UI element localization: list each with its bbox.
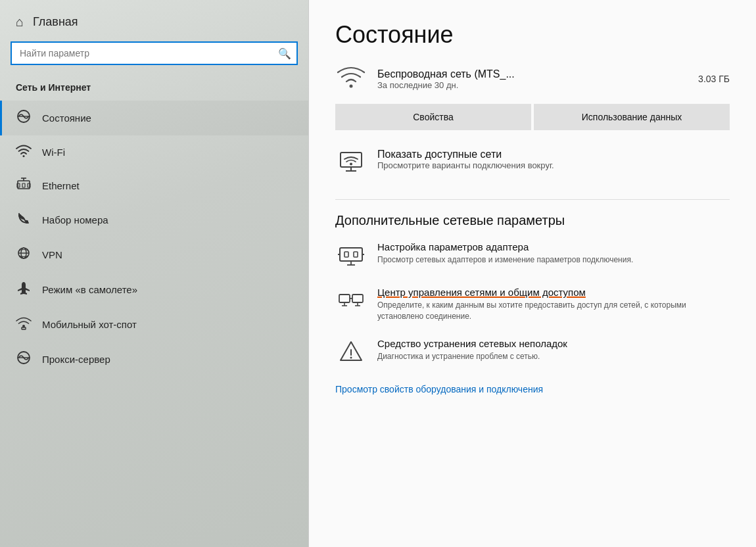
sidebar-item-wifi[interactable]: Wi-Fi: [0, 135, 308, 169]
svg-rect-28: [339, 295, 350, 302]
dialup-icon: [16, 211, 32, 229]
svg-rect-13: [22, 327, 26, 329]
svg-rect-21: [340, 248, 362, 261]
troubleshoot-info: Средство устранения сетевых неполадок Ди…: [377, 338, 567, 362]
network-sub: За последние 30 дн.: [377, 80, 688, 90]
available-networks-info: Показать доступные сети Просмотрите вари…: [377, 149, 554, 170]
network-name: Беспроводная сеть (MTS_...: [377, 68, 688, 80]
svg-point-2: [23, 155, 25, 157]
sidebar-item-label-ethernet: Ethernet: [42, 180, 80, 191]
adapter-info: Настройка параметров адаптера Просмотр с…: [377, 241, 633, 266]
adapter-icon: [335, 243, 367, 271]
network-card-info: Беспроводная сеть (MTS_... За последние …: [377, 68, 688, 90]
network-center-title: Центр управления сетями и общим доступом: [377, 287, 730, 298]
available-networks-icon: [335, 150, 367, 178]
network-center-info: Центр управления сетями и общим доступом…: [377, 287, 730, 322]
adapter-sub: Просмотр сетевых адаптеров и изменение п…: [377, 254, 633, 266]
sidebar-item-vpn[interactable]: VPN: [0, 237, 308, 272]
sidebar-item-airplane[interactable]: Режим «в самолете»: [0, 272, 308, 307]
network-center-sub: Определите, к каким данным вы хотите пре…: [377, 300, 730, 322]
search-container: 🔍: [0, 41, 308, 77]
home-icon: ⌂: [16, 14, 24, 30]
page-title: Состояние: [335, 21, 730, 49]
network-size: 3.03 ГБ: [698, 74, 730, 84]
troubleshoot-title: Средство устранения сетевых неполадок: [377, 338, 567, 349]
svg-rect-22: [344, 252, 348, 257]
search-box-wrapper: 🔍: [11, 41, 298, 65]
airplane-icon: [16, 281, 32, 298]
svg-point-16: [350, 85, 353, 88]
search-input[interactable]: [11, 41, 298, 65]
additional-section-heading: Дополнительные сетевые параметры: [335, 213, 730, 228]
search-button[interactable]: 🔍: [278, 47, 291, 60]
sidebar: ⌂ Главная 🔍 Сеть и Интернет Состояние: [0, 0, 309, 547]
sidebar-item-label-status: Состояние: [42, 112, 91, 124]
ethernet-icon: [16, 178, 32, 194]
adapter-title: Настройка параметров адаптера: [377, 241, 633, 252]
troubleshoot-sub: Диагностика и устранение проблем с сетью…: [377, 351, 567, 362]
svg-point-36: [350, 356, 352, 358]
main-content: Состояние Беспроводная сеть (MTS_... За …: [309, 0, 756, 547]
network-buttons: Свойства Использование данных: [335, 104, 730, 130]
setting-network-center[interactable]: Центр управления сетями и общим доступом…: [335, 287, 730, 322]
svg-rect-6: [28, 183, 30, 187]
sidebar-item-proxy[interactable]: Прокси-сервер: [0, 342, 308, 377]
setting-adapter[interactable]: Настройка параметров адаптера Просмотр с…: [335, 241, 730, 271]
troubleshoot-icon: [335, 339, 367, 368]
status-icon: [16, 109, 32, 127]
network-wifi-icon: [335, 64, 367, 93]
available-networks-title: Показать доступные сети: [377, 149, 554, 160]
sidebar-item-label-proxy: Прокси-сервер: [42, 354, 110, 365]
sidebar-item-ethernet[interactable]: Ethernet: [0, 169, 308, 202]
svg-rect-23: [354, 252, 358, 257]
sidebar-item-label-wifi: Wi-Fi: [42, 147, 65, 158]
available-networks-sub: Просмотрите варианты подключения вокруг.: [377, 160, 554, 170]
sidebar-item-label-hotspot: Мобильный хот-спот: [42, 319, 137, 330]
svg-rect-29: [352, 295, 363, 302]
svg-point-20: [350, 163, 352, 166]
data-usage-button[interactable]: Использование данных: [534, 104, 730, 130]
hotspot-icon: [16, 316, 32, 333]
sidebar-section-title: Сеть и Интернет: [0, 77, 308, 101]
sidebar-home[interactable]: ⌂ Главная: [0, 0, 308, 41]
wifi-icon: [16, 144, 32, 160]
available-networks[interactable]: Показать доступные сети Просмотрите вари…: [335, 149, 730, 178]
setting-troubleshoot[interactable]: Средство устранения сетевых неполадок Ди…: [335, 338, 730, 368]
hardware-link[interactable]: Просмотр свойств оборудования и подключе…: [335, 384, 543, 394]
properties-button[interactable]: Свойства: [335, 104, 531, 130]
svg-rect-5: [22, 183, 25, 187]
network-center-icon: [335, 288, 367, 316]
sidebar-item-label-airplane: Режим «в самолете»: [42, 284, 137, 295]
sidebar-item-label-vpn: VPN: [42, 249, 62, 260]
sidebar-item-status[interactable]: Состояние: [0, 101, 308, 135]
sidebar-item-label-dialup: Набор номера: [42, 214, 108, 226]
sidebar-item-dialup[interactable]: Набор номера: [0, 202, 308, 237]
vpn-icon: [16, 246, 32, 264]
sidebar-item-hotspot[interactable]: Мобильный хот-спот: [0, 307, 308, 342]
sidebar-home-label: Главная: [33, 15, 78, 29]
proxy-icon: [16, 350, 32, 368]
divider: [335, 199, 730, 200]
network-card: Беспроводная сеть (MTS_... За последние …: [335, 64, 730, 93]
